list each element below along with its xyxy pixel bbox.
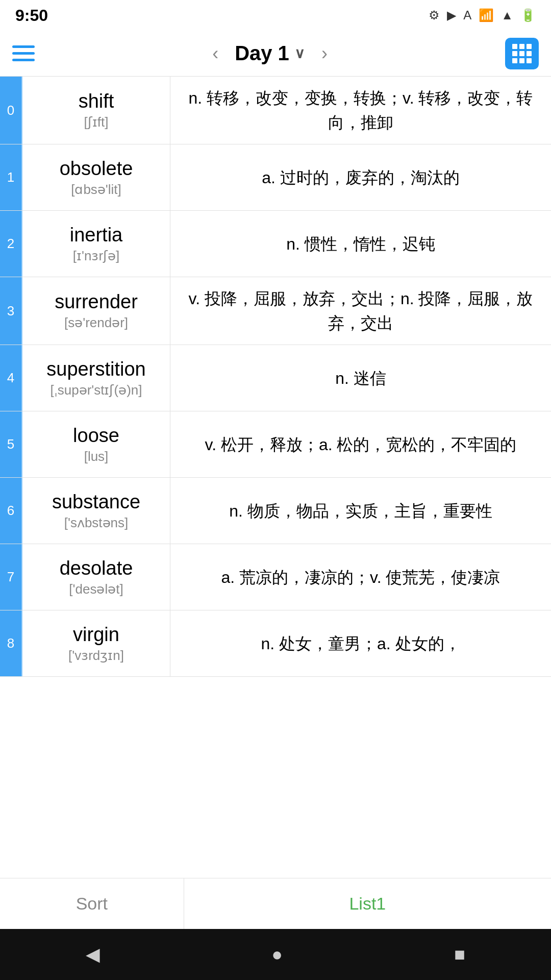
definition-text: n. 处女，童男；a. 处女的， xyxy=(261,631,460,656)
sort-tab[interactable]: Sort xyxy=(0,878,184,929)
table-row[interactable]: 7 desolate ['desələt] a. 荒凉的，凄凉的；v. 使荒芜，… xyxy=(0,544,551,610)
status-bar: 9:50 ⚙ ▶ A 📶 ▲ 🔋 xyxy=(0,0,551,31)
word-text: substance xyxy=(52,491,140,513)
word-text: virgin xyxy=(73,624,119,646)
word-cell: loose [lus] xyxy=(22,411,170,477)
grid-icon xyxy=(512,44,532,63)
row-index: 4 xyxy=(0,345,22,411)
nav-next-button[interactable]: › xyxy=(311,44,338,63)
nav-prev-button[interactable]: ‹ xyxy=(202,44,229,63)
system-nav: ◀ ● ■ xyxy=(0,929,551,980)
word-text: superstition xyxy=(46,358,145,380)
word-text: inertia xyxy=(70,224,123,246)
word-cell: desolate ['desələt] xyxy=(22,544,170,610)
definition-text: n. 转移，改变，变换，转换；v. 转移，改变，转向，推卸 xyxy=(186,86,536,135)
definition-text: n. 惯性，惰性，迟钝 xyxy=(286,232,435,256)
definition-cell: n. 迷信 xyxy=(170,345,551,411)
row-index: 8 xyxy=(0,610,22,676)
row-index: 3 xyxy=(0,277,22,345)
definition-cell: n. 处女，童男；a. 处女的， xyxy=(170,610,551,676)
home-button[interactable]: ● xyxy=(271,944,283,965)
play-icon: ▶ xyxy=(447,8,456,22)
definition-cell: n. 转移，改变，变换，转换；v. 转移，改变，转向，推卸 xyxy=(170,77,551,144)
nav-grid-button[interactable] xyxy=(505,38,539,69)
word-phonetic: [lus] xyxy=(84,449,109,464)
definition-cell: v. 松开，释放；a. 松的，宽松的，不牢固的 xyxy=(170,411,551,477)
definition-text: a. 过时的，废弃的，淘汰的 xyxy=(262,165,460,190)
word-phonetic: [ʃɪft] xyxy=(84,114,109,130)
table-row[interactable]: 3 surrender [sə'rendər] v. 投降，屈服，放弃，交出；n… xyxy=(0,277,551,345)
word-cell: superstition [ˌsupər'stɪʃ(ə)n] xyxy=(22,345,170,411)
signal-icon: ▲ xyxy=(501,8,513,22)
definition-cell: n. 惯性，惰性，迟钝 xyxy=(170,211,551,277)
chevron-down-icon: ∨ xyxy=(294,45,305,62)
row-index: 2 xyxy=(0,211,22,277)
word-cell: shift [ʃɪft] xyxy=(22,77,170,144)
battery-icon: 🔋 xyxy=(520,8,536,22)
definition-text: a. 荒凉的，凄凉的；v. 使荒芜，使凄凉 xyxy=(221,565,500,590)
table-row[interactable]: 8 virgin ['vɜrdʒɪn] n. 处女，童男；a. 处女的， xyxy=(0,610,551,677)
list1-tab[interactable]: List1 xyxy=(184,878,551,929)
word-text: loose xyxy=(73,425,119,447)
nav-bar: ‹ Day 1 ∨ › xyxy=(0,31,551,77)
word-cell: obsolete [ɑbsə'lit] xyxy=(22,144,170,210)
nav-left xyxy=(12,45,35,61)
settings-icon: ⚙ xyxy=(429,8,440,22)
row-index: 5 xyxy=(0,411,22,477)
wifi-icon: 📶 xyxy=(479,8,494,22)
word-cell: inertia [ɪ'nɜrʃə] xyxy=(22,211,170,277)
nav-title-text: Day 1 xyxy=(235,42,289,65)
definition-text: n. 迷信 xyxy=(335,366,386,390)
definition-text: v. 松开，释放；a. 松的，宽松的，不牢固的 xyxy=(205,432,517,457)
word-phonetic: ['desələt] xyxy=(69,581,123,597)
status-time: 9:50 xyxy=(15,6,48,25)
word-list: 0 shift [ʃɪft] n. 转移，改变，变换，转换；v. 转移，改变，转… xyxy=(0,77,551,878)
word-phonetic: [ɑbsə'lit] xyxy=(71,182,121,198)
table-row[interactable]: 0 shift [ʃɪft] n. 转移，改变，变换，转换；v. 转移，改变，转… xyxy=(0,77,551,144)
definition-cell: n. 物质，物品，实质，主旨，重要性 xyxy=(170,478,551,544)
list1-tab-label: List1 xyxy=(349,894,386,914)
word-cell: substance ['sʌbstəns] xyxy=(22,478,170,544)
word-cell: virgin ['vɜrdʒɪn] xyxy=(22,610,170,676)
table-row[interactable]: 2 inertia [ɪ'nɜrʃə] n. 惯性，惰性，迟钝 xyxy=(0,211,551,277)
row-index: 0 xyxy=(0,77,22,144)
sort-tab-label: Sort xyxy=(76,894,108,914)
nav-title[interactable]: Day 1 ∨ xyxy=(235,42,305,65)
word-phonetic: [sə'rendər] xyxy=(64,315,128,331)
word-text: desolate xyxy=(60,557,133,579)
definition-text: v. 投降，屈服，放弃，交出；n. 投降，屈服，放弃，交出 xyxy=(186,286,536,335)
recent-button[interactable]: ■ xyxy=(454,944,465,965)
table-row[interactable]: 4 superstition [ˌsupər'stɪʃ(ə)n] n. 迷信 xyxy=(0,345,551,411)
word-phonetic: [ˌsupər'stɪʃ(ə)n] xyxy=(51,382,142,398)
table-row[interactable]: 6 substance ['sʌbstəns] n. 物质，物品，实质，主旨，重… xyxy=(0,478,551,544)
word-phonetic: [ɪ'nɜrʃə] xyxy=(73,248,120,264)
word-text: surrender xyxy=(55,291,138,313)
row-index: 6 xyxy=(0,478,22,544)
row-index: 7 xyxy=(0,544,22,610)
grid-view-button[interactable] xyxy=(505,38,539,69)
word-phonetic: ['sʌbstəns] xyxy=(64,515,129,531)
back-button[interactable]: ◀ xyxy=(86,944,100,965)
definition-cell: v. 投降，屈服，放弃，交出；n. 投降，屈服，放弃，交出 xyxy=(170,277,551,345)
bottom-tab-bar: Sort List1 xyxy=(0,878,551,929)
row-index: 1 xyxy=(0,144,22,210)
table-row[interactable]: 5 loose [lus] v. 松开，释放；a. 松的，宽松的，不牢固的 xyxy=(0,411,551,478)
nav-title-area: ‹ Day 1 ∨ › xyxy=(202,42,338,65)
word-phonetic: ['vɜrdʒɪn] xyxy=(68,648,124,664)
table-row[interactable]: 1 obsolete [ɑbsə'lit] a. 过时的，废弃的，淘汰的 xyxy=(0,144,551,211)
definition-text: n. 物质，物品，实质，主旨，重要性 xyxy=(229,499,492,523)
accessibility-icon: A xyxy=(463,8,471,22)
word-text: obsolete xyxy=(60,158,133,180)
definition-cell: a. 过时的，废弃的，淘汰的 xyxy=(170,144,551,210)
word-cell: surrender [sə'rendər] xyxy=(22,277,170,345)
status-icons: ⚙ ▶ A 📶 ▲ 🔋 xyxy=(429,8,536,22)
word-text: shift xyxy=(79,90,114,112)
hamburger-menu-icon[interactable] xyxy=(12,45,35,61)
definition-cell: a. 荒凉的，凄凉的；v. 使荒芜，使凄凉 xyxy=(170,544,551,610)
